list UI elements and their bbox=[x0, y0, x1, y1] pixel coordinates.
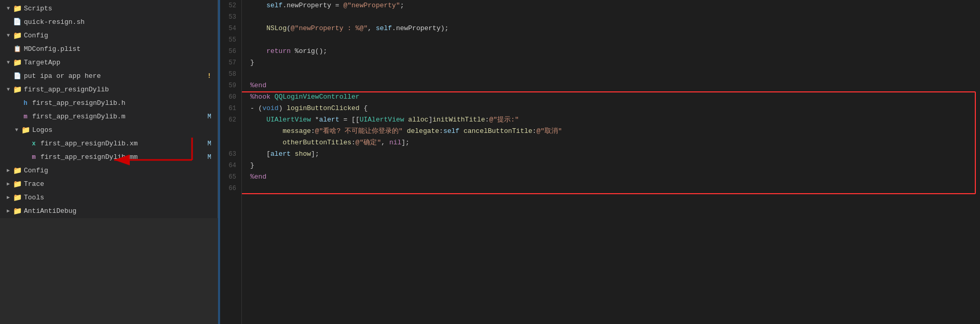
folder-icon: 📁 bbox=[12, 57, 22, 69]
sidebar-item-put-ipa[interactable]: ▼ 📄 put ipa or app here ! bbox=[0, 70, 217, 83]
sidebar-item-resigndylib-m[interactable]: ▼ m first_app_resignDylib.m M bbox=[0, 110, 217, 124]
sidebar-item-logos-folder[interactable]: ▼ 📁 Logos bbox=[0, 124, 217, 137]
line-num-59: 59 bbox=[218, 80, 241, 91]
modified-badge: M bbox=[208, 111, 211, 123]
sidebar-item-label: Config bbox=[24, 165, 217, 177]
folder-icon: 📁 bbox=[21, 125, 30, 136]
sidebar-item-config2[interactable]: ▶ 📁 Config bbox=[0, 164, 217, 178]
code-line-65: %end bbox=[250, 171, 980, 183]
code-line-53 bbox=[250, 11, 980, 23]
line-num-62-cont2: 62 bbox=[218, 137, 241, 148]
line-num-52: 52 bbox=[218, 0, 241, 11]
line-num-57: 57 bbox=[218, 57, 241, 69]
line-num-61: 61 bbox=[218, 103, 241, 114]
expand-arrow: ▶ bbox=[4, 192, 12, 204]
code-line-66 bbox=[250, 183, 980, 194]
line-number-gutter: 52 53 54 55 56 57 58 59 60 61 62 62 62 6… bbox=[218, 0, 242, 324]
expand-arrow: ▼ bbox=[4, 3, 12, 15]
sidebar-item-label: first_app_resignDylib.m bbox=[32, 111, 208, 123]
code-content[interactable]: self.newProperty = @"newProperty"; NSLog… bbox=[242, 0, 980, 324]
sidebar-item-antiantidebug[interactable]: ▶ 📁 AntiAntiDebug bbox=[0, 205, 217, 218]
sidebar-item-resigndylib-xm[interactable]: ▼ x first_app_resignDylib.xm M bbox=[0, 137, 217, 151]
code-line-62-cont1: message:@"看啥? 不可能让你登录的" delegate:self ca… bbox=[250, 126, 980, 137]
line-num-62: 62 bbox=[218, 114, 241, 126]
line-num-65: 65 bbox=[218, 171, 241, 183]
sidebar-item-label: Logos bbox=[32, 125, 217, 136]
code-line-60: %hook QQLoginViewController bbox=[250, 91, 980, 103]
line-num-55: 55 bbox=[218, 34, 241, 46]
sidebar-item-resigndylib-mm[interactable]: ▼ m first_app_resignDylib.mm M bbox=[0, 151, 217, 164]
expand-arrow: ▼ bbox=[12, 125, 21, 136]
code-line-63: [alert show]; bbox=[250, 148, 980, 160]
sidebar-item-label: quick-resign.sh bbox=[24, 17, 217, 28]
code-line-62-cont2: otherButtonTitles:@"确定", nil]; bbox=[250, 137, 980, 148]
expand-arrow: ▼ bbox=[4, 30, 12, 42]
expand-arrow: ▼ bbox=[4, 57, 12, 69]
line-num-66: 66 bbox=[218, 183, 241, 194]
code-line-57: } bbox=[250, 57, 980, 69]
m-file-icon: m bbox=[21, 111, 30, 123]
sidebar-item-targetapp[interactable]: ▼ 📁 TargetApp bbox=[0, 56, 217, 70]
modified-badge: M bbox=[208, 138, 211, 150]
sidebar-item-resigndylib-h[interactable]: ▼ h first_app_resignDylib.h bbox=[0, 97, 217, 110]
sh-file-icon: 📄 bbox=[12, 17, 22, 28]
line-num-53: 53 bbox=[218, 11, 241, 23]
line-num-64: 64 bbox=[218, 160, 241, 171]
folder-icon: 📁 bbox=[12, 165, 22, 177]
sidebar-item-label: put ipa or app here bbox=[24, 71, 207, 82]
sidebar-item-label: Trace bbox=[24, 179, 217, 190]
selection-indicator bbox=[218, 0, 220, 324]
file-tree[interactable]: ▼ 📁 Scripts ▼ 📄 quick-resign.sh ▼ 📁 Conf… bbox=[0, 0, 218, 218]
xm-file-icon: x bbox=[29, 138, 38, 150]
sidebar-item-mdconfig[interactable]: ▼ 📋 MDConfig.plist bbox=[0, 43, 217, 56]
expand-arrow: ▶ bbox=[4, 179, 12, 190]
sidebar-item-label: Tools bbox=[24, 192, 217, 204]
modified-badge: M bbox=[208, 152, 211, 163]
expand-arrow: ▶ bbox=[4, 165, 12, 177]
plist-file-icon: 📋 bbox=[12, 44, 22, 55]
sidebar-item-label: first_app_resignDylib.mm bbox=[40, 152, 208, 163]
code-line-59: %end bbox=[250, 80, 980, 91]
folder-icon: 📁 bbox=[12, 84, 22, 96]
code-editor[interactable]: 52 53 54 55 56 57 58 59 60 61 62 62 62 6… bbox=[218, 0, 980, 324]
sidebar-item-scripts[interactable]: ▼ 📁 Scripts bbox=[0, 2, 217, 16]
code-line-55 bbox=[250, 34, 980, 46]
folder-icon: 📁 bbox=[12, 192, 22, 204]
sidebar-item-tools[interactable]: ▶ 📁 Tools bbox=[0, 191, 217, 205]
code-line-64: } bbox=[250, 160, 980, 171]
sidebar-item-label: first_app_resignDylib bbox=[24, 84, 217, 96]
code-line-62: UIAlertView *alert = [[UIAlertView alloc… bbox=[250, 114, 980, 126]
generic-file-icon: 📄 bbox=[12, 71, 22, 82]
expand-arrow: ▶ bbox=[4, 206, 12, 217]
line-num-54: 54 bbox=[218, 23, 241, 34]
h-file-icon: h bbox=[21, 98, 30, 109]
sidebar-item-label: first_app_resignDylib.h bbox=[32, 98, 217, 109]
sidebar-item-label: Scripts bbox=[24, 3, 217, 15]
folder-icon: 📁 bbox=[12, 206, 22, 217]
sidebar-item-label: AntiAntiDebug bbox=[24, 206, 217, 217]
folder-icon: 📁 bbox=[12, 179, 22, 190]
warning-badge: ! bbox=[207, 71, 211, 82]
line-num-56: 56 bbox=[218, 46, 241, 57]
line-num-63: 63 bbox=[218, 148, 241, 160]
code-line-58 bbox=[250, 69, 980, 80]
folder-icon: 📁 bbox=[12, 3, 22, 15]
mm-file-icon: m bbox=[29, 152, 38, 163]
sidebar-item-label: Config bbox=[24, 30, 217, 42]
sidebar-item-resigndylib-folder[interactable]: ▼ 📁 first_app_resignDylib bbox=[0, 83, 217, 97]
code-line-54: NSLog(@"newProperty : %@", self.newPrope… bbox=[250, 23, 980, 34]
sidebar-item-label: first_app_resignDylib.xm bbox=[40, 138, 208, 150]
line-num-60: 60 bbox=[218, 91, 241, 103]
sidebar-item-label: TargetApp bbox=[24, 57, 217, 69]
sidebar-item-label: MDConfig.plist bbox=[24, 44, 217, 55]
line-num-62-cont1: 62 bbox=[218, 126, 241, 137]
folder-icon: 📁 bbox=[12, 30, 22, 42]
sidebar-item-config1[interactable]: ▼ 📁 Config bbox=[0, 29, 217, 43]
code-line-56: return %orig(); bbox=[250, 46, 980, 57]
code-line-52: self.newProperty = @"newProperty"; bbox=[250, 0, 980, 11]
sidebar-item-trace[interactable]: ▶ 📁 Trace bbox=[0, 178, 217, 191]
expand-arrow: ▼ bbox=[4, 84, 12, 96]
sidebar-item-quick-resign[interactable]: ▼ 📄 quick-resign.sh bbox=[0, 16, 217, 29]
code-line-61: - (void) loginButtonClicked { bbox=[250, 103, 980, 114]
line-num-58: 58 bbox=[218, 69, 241, 80]
